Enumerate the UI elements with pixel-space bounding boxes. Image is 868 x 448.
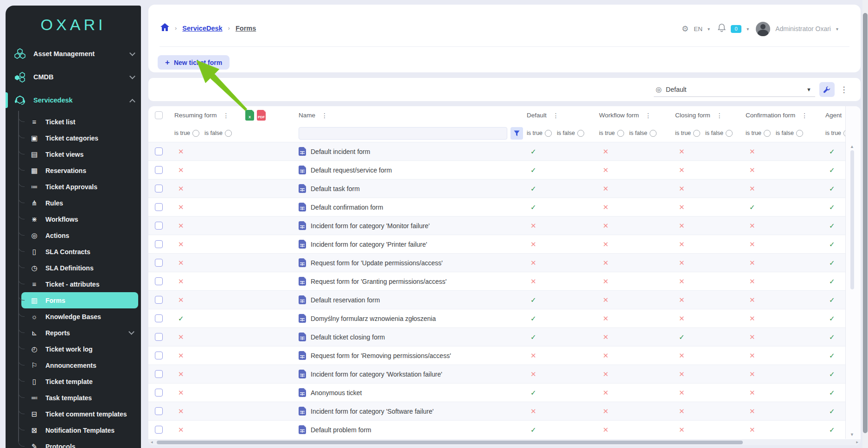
- table-row[interactable]: ✕ Incident form for category 'Software f…: [148, 402, 861, 420]
- row-checkbox[interactable]: [155, 185, 163, 192]
- row-checkbox[interactable]: [155, 259, 163, 267]
- sidebar-item-ticket-approvals[interactable]: ≔ Ticket Approvals: [6, 179, 141, 195]
- column-header-agent[interactable]: Agent: [825, 112, 842, 119]
- table-row[interactable]: ✕ Default request/service form ✓ ✕ ✕ ✕ ✓: [148, 160, 861, 179]
- form-name[interactable]: Default problem form: [311, 426, 371, 434]
- form-name[interactable]: Incident form for category 'Printer fail…: [311, 241, 427, 248]
- sidebar-item-notification-templates[interactable]: ⊠ Notification Templates: [6, 422, 141, 438]
- apply-filter-funnel-button[interactable]: [511, 127, 523, 140]
- table-row[interactable]: ✕ Default reservation form ✓ ✕ ✕ ✕ ✓: [148, 290, 861, 309]
- row-checkbox[interactable]: [155, 277, 163, 285]
- new-ticket-form-button[interactable]: + New ticket form: [158, 55, 230, 70]
- user-name[interactable]: Administrator Oxari: [775, 25, 831, 32]
- form-name[interactable]: Default incident form: [311, 148, 370, 155]
- sidebar-item-ticket-template[interactable]: ▯ Ticket template: [6, 373, 141, 390]
- sidebar-item-ticket-comment-templates[interactable]: ⊟ Ticket comment templates: [6, 406, 141, 422]
- sidebar-item-protocols[interactable]: ✎ Protocols: [6, 438, 141, 448]
- column-menu-kebab-icon[interactable]: ⋮: [321, 112, 328, 119]
- row-checkbox[interactable]: [155, 147, 163, 155]
- form-name[interactable]: Default ticket closing form: [311, 333, 385, 341]
- table-row[interactable]: ✕ Incident form for category 'Monitor fa…: [148, 216, 861, 235]
- is-true-radio[interactable]: [545, 130, 552, 137]
- table-row[interactable]: ✕ Default task form ✓ ✕ ✕ ✕ ✓: [148, 179, 861, 198]
- row-checkbox[interactable]: [155, 352, 163, 359]
- sidebar-item-ticket-work-log[interactable]: ◴ Ticket work log: [6, 341, 141, 357]
- is-false-radio[interactable]: [796, 130, 803, 137]
- scroll-down-arrow-icon[interactable]: ▼: [850, 432, 854, 437]
- export-pdf-icon[interactable]: PDF: [257, 110, 266, 121]
- language-selector[interactable]: EN: [694, 26, 702, 32]
- name-filter-input[interactable]: [299, 127, 507, 140]
- column-header-confirmation-form[interactable]: Confirmation form: [746, 112, 795, 119]
- notifications-caret-icon[interactable]: ▾: [747, 26, 749, 32]
- column-menu-kebab-icon[interactable]: ⋮: [716, 112, 723, 119]
- row-checkbox[interactable]: [155, 370, 163, 378]
- sidebar-section-servicedesk[interactable]: Servicedesk: [6, 89, 141, 112]
- sidebar-item-rules[interactable]: ⋔ Rules: [6, 195, 141, 211]
- column-menu-kebab-icon[interactable]: ⋮: [645, 112, 651, 119]
- table-row[interactable]: ✕ Incident form for category 'Printer fa…: [148, 235, 861, 253]
- table-row[interactable]: ✕ Request form for 'Granting permissions…: [148, 272, 861, 290]
- form-name[interactable]: Default task form: [311, 185, 360, 192]
- column-header-closing-form[interactable]: Closing form: [675, 112, 710, 119]
- sidebar-item-ticket-attributes[interactable]: ≡ Ticket - attributes: [6, 276, 141, 292]
- form-name[interactable]: Anonymous ticket: [311, 389, 362, 397]
- column-header-name[interactable]: Name: [299, 112, 315, 119]
- form-name[interactable]: Default request/service form: [311, 166, 392, 174]
- table-row[interactable]: ✕ Default ticket closing form ✓ ✕ ✓ ✕ ✓: [148, 327, 861, 346]
- user-avatar[interactable]: [756, 22, 770, 36]
- row-checkbox[interactable]: [155, 407, 163, 415]
- row-checkbox[interactable]: [155, 314, 163, 322]
- notification-bell-icon[interactable]: [718, 24, 726, 34]
- table-row[interactable]: ✕ Default problem form ✓ ✕ ✕ ✕ ✓: [148, 420, 861, 439]
- language-caret-icon[interactable]: ▾: [708, 26, 710, 32]
- is-false-radio[interactable]: [650, 130, 657, 137]
- form-name[interactable]: Default confirmation form: [311, 204, 383, 211]
- is-false-radio[interactable]: [726, 130, 733, 137]
- home-icon[interactable]: [160, 23, 169, 33]
- row-checkbox[interactable]: [155, 333, 163, 341]
- scroll-up-arrow-icon[interactable]: ▲: [850, 144, 854, 149]
- row-checkbox[interactable]: [155, 296, 163, 304]
- breadcrumb-servicedesk-link[interactable]: ServiceDesk: [182, 25, 222, 32]
- form-name[interactable]: Incident form for category 'Monitor fail…: [311, 222, 430, 230]
- scroll-right-arrow-icon[interactable]: ▸: [856, 440, 858, 444]
- sidebar-item-reservations[interactable]: ▦ Reservations: [6, 162, 141, 179]
- select-all-checkbox[interactable]: [155, 111, 163, 119]
- sidebar-item-ticket-categories[interactable]: ▣ Ticket categories: [6, 130, 141, 146]
- column-menu-kebab-icon[interactable]: ⋮: [223, 112, 230, 119]
- column-menu-kebab-icon[interactable]: ⋮: [553, 112, 559, 119]
- form-name[interactable]: Default reservation form: [311, 296, 380, 304]
- table-row[interactable]: ✕ Default incident form ✓ ✕ ✕ ✕ ✓: [148, 142, 861, 160]
- sidebar-item-sla-definitions[interactable]: ◷ SLA Definitions: [6, 260, 141, 276]
- is-true-radio[interactable]: [192, 130, 199, 137]
- form-name[interactable]: Request form for 'Update permissions/acc…: [311, 259, 443, 267]
- row-checkbox[interactable]: [155, 240, 163, 248]
- sidebar-section-asset-management[interactable]: Asset Management: [6, 42, 141, 65]
- is-true-radio[interactable]: [764, 130, 771, 137]
- sidebar-item-knowledge-bases[interactable]: ☼ Knowledge Bases: [6, 308, 141, 325]
- export-excel-icon[interactable]: X: [245, 110, 254, 121]
- row-checkbox[interactable]: [155, 166, 163, 174]
- sidebar-item-ticket-list[interactable]: ≡ Ticket list: [6, 114, 141, 130]
- form-name[interactable]: Incident form for category 'Workstation …: [311, 371, 442, 378]
- table-row[interactable]: ✕ Anonymous ticket ✓ ✕ ✕ ✕ ✓: [148, 383, 861, 402]
- column-header-default[interactable]: Default: [527, 112, 547, 119]
- form-name[interactable]: Request form for 'Granting permissions/a…: [311, 278, 447, 285]
- notification-count-badge[interactable]: 0: [731, 25, 741, 33]
- view-selector-dropdown[interactable]: ◎ Default ▼: [654, 82, 815, 97]
- sidebar-section-cmdb[interactable]: CMDB: [6, 65, 141, 89]
- form-name[interactable]: Incident form for category 'Software fai…: [311, 408, 434, 415]
- page-scroll-thumb[interactable]: [863, 13, 868, 433]
- row-checkbox[interactable]: [155, 389, 163, 397]
- sidebar-item-task-templates[interactable]: ≕ Task templates: [6, 390, 141, 406]
- column-header-resuming-form[interactable]: Resuming form: [174, 112, 217, 119]
- settings-gear-icon[interactable]: ⚙: [682, 24, 689, 34]
- column-menu-kebab-icon[interactable]: ⋮: [801, 112, 808, 119]
- user-menu-caret-icon[interactable]: ▾: [836, 26, 838, 32]
- horizontal-scroll-thumb[interactable]: [157, 441, 743, 444]
- sidebar-item-actions[interactable]: ◎ Actions: [6, 227, 141, 243]
- table-settings-wrench-button[interactable]: [819, 82, 835, 97]
- sidebar-item-ticket-views[interactable]: ▤ Ticket views: [6, 146, 141, 162]
- toolbar-kebab-menu[interactable]: ⋮: [839, 82, 849, 97]
